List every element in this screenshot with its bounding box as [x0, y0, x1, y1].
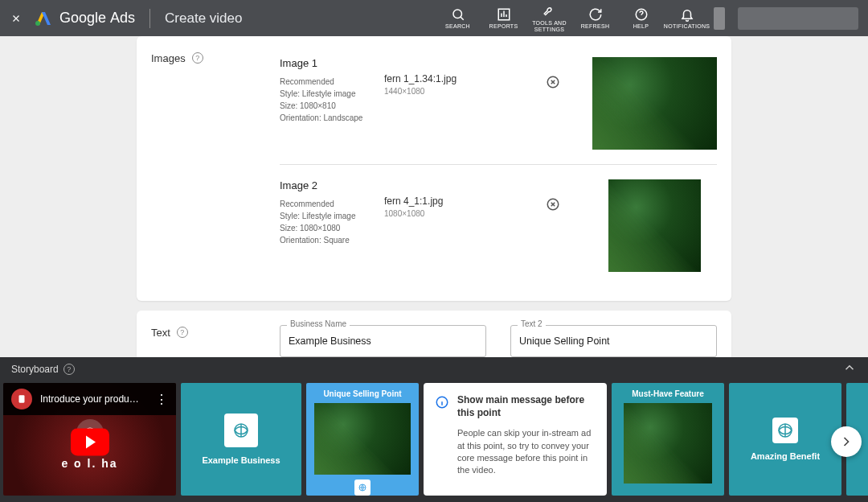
frame-title: Must-Have Feature [632, 389, 703, 398]
help-icon[interactable]: ? [177, 327, 188, 338]
info-title: Show main message before this point [457, 394, 596, 419]
image-thumbnail[interactable] [608, 179, 701, 272]
google-ads-logo [34, 9, 53, 28]
image-spec-style: Style: Lifestyle image [280, 88, 368, 100]
storyboard-info-card: Show main message before this point Peop… [424, 383, 607, 496]
image-spec-orientation: Orientation: Landscape [280, 112, 368, 124]
globe-chip-icon [354, 479, 371, 496]
frame-title: Unique Selling Point [323, 389, 401, 398]
nav-help[interactable]: HELP [619, 2, 663, 34]
help-icon[interactable]: ? [63, 364, 75, 375]
images-card: Images ? Image 1 Recommended Style: Life… [137, 36, 731, 301]
business-name-field[interactable]: Business Name [280, 325, 486, 357]
text2-input[interactable] [519, 335, 708, 347]
storyboard-panel: Storyboard ? Introduce your produ… ⋮ e o… [0, 357, 868, 502]
image-filename: fern 4_1:1.jpg [384, 195, 530, 207]
globe-icon [772, 418, 798, 443]
account-indicator[interactable] [714, 7, 725, 30]
remove-image-button[interactable] [546, 75, 560, 89]
info-body: People can skip your in-stream ad at thi… [457, 427, 596, 477]
images-section-label: Images ? [151, 51, 280, 286]
image-spec-size: Size: 1080×1080 [280, 222, 368, 234]
brand-label: Google Ads [59, 10, 135, 27]
storyboard-frame-2[interactable]: Example Business [181, 383, 301, 496]
next-frame-button[interactable] [831, 426, 862, 457]
video-overlay-text: e o l. ha [3, 457, 176, 470]
image-title: Image 2 [280, 179, 368, 191]
globe-icon [224, 414, 258, 447]
storyboard-frame-6[interactable]: Amazing Benefit [729, 383, 841, 496]
image-spec-orientation: Orientation: Square [280, 234, 368, 246]
nav-tools-settings[interactable]: TOOLS AND SETTINGS [527, 2, 571, 34]
app-header: Google Ads Create video SEARCH REPORTS T… [0, 0, 868, 36]
business-name-input[interactable] [289, 335, 477, 347]
image-filename: fern 1_1.34:1.jpg [384, 73, 530, 84]
storyboard-strip[interactable]: Introduce your produ… ⋮ e o l. ha Exampl… [0, 381, 868, 502]
frame-label: Example Business [202, 455, 280, 465]
frame-thumbnail [314, 403, 411, 475]
nav-reports[interactable]: REPORTS [481, 2, 526, 34]
svg-point-0 [35, 21, 40, 26]
svg-rect-6 [19, 395, 25, 402]
video-title: Introduce your produ… [40, 393, 147, 405]
image-spec-rec: Recommended [280, 76, 368, 88]
storyboard-frame-5[interactable]: Must-Have Feature [612, 383, 724, 496]
page-title: Create video [165, 10, 242, 27]
image-dimensions: 1080×1080 [384, 209, 530, 218]
collapse-storyboard-button[interactable] [842, 360, 857, 378]
nav-refresh[interactable]: REFRESH [573, 2, 617, 34]
image-thumbnail[interactable] [592, 57, 717, 150]
play-button[interactable] [71, 428, 109, 455]
image-row-1: Image 1 Recommended Style: Lifestyle ima… [280, 51, 717, 164]
text-card: Text ? Business Name 16 / 50 Text 2 2 [137, 311, 731, 357]
close-button[interactable] [10, 12, 23, 25]
main-content: Images ? Image 1 Recommended Style: Life… [0, 36, 868, 357]
account-selector[interactable] [738, 7, 858, 30]
help-icon[interactable]: ? [192, 52, 203, 64]
storyboard-frame-3[interactable]: Unique Selling Point [306, 383, 419, 496]
image-spec-size: Size: 1080×810 [280, 100, 368, 112]
frame-label: Amazing Benefit [751, 451, 820, 461]
image-spec-style: Style: Lifestyle image [280, 210, 368, 222]
info-icon [435, 395, 449, 409]
svg-point-1 [453, 10, 462, 19]
image-row-2: Image 2 Recommended Style: Lifestyle ima… [280, 164, 717, 286]
frame-thumbnail [624, 403, 712, 483]
remove-image-button[interactable] [546, 197, 560, 212]
divider [149, 9, 150, 28]
text-section-label: Text ? [151, 325, 280, 357]
image-dimensions: 1440×1080 [384, 87, 530, 96]
image-spec-rec: Recommended [280, 198, 368, 210]
field-label: Business Name [287, 319, 350, 328]
text2-field[interactable]: Text 2 [510, 325, 717, 357]
storyboard-label: Storyboard [11, 364, 59, 375]
channel-icon [11, 389, 32, 409]
header-nav: SEARCH REPORTS TOOLS AND SETTINGS REFRES… [436, 2, 709, 34]
nav-search[interactable]: SEARCH [436, 2, 480, 34]
image-title: Image 1 [280, 57, 368, 69]
field-label: Text 2 [518, 319, 546, 328]
storyboard-frame-1[interactable]: Introduce your produ… ⋮ e o l. ha [3, 383, 176, 496]
nav-notifications[interactable]: NOTIFICATIONS [665, 2, 709, 34]
video-menu-icon[interactable]: ⋮ [155, 392, 168, 407]
